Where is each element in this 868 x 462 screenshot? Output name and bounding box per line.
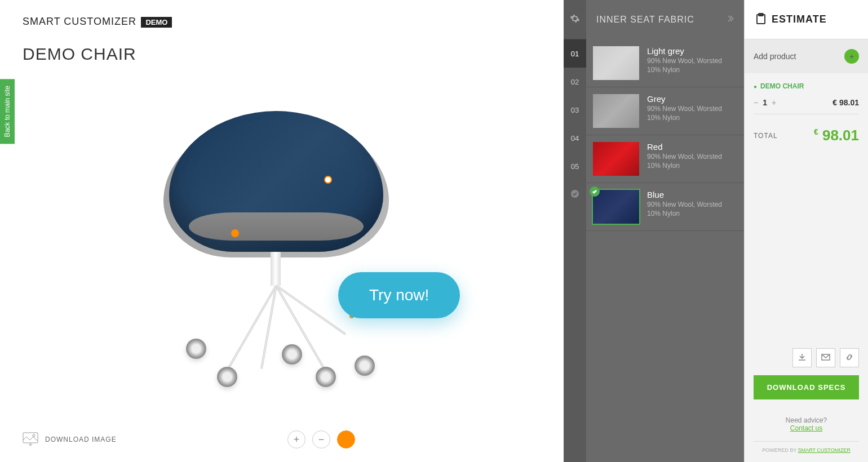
- estimate-body: DEMO CHAIR − 1 + € 98.01 TOTAL € 98.01: [745, 73, 868, 339]
- email-button[interactable]: [816, 348, 835, 367]
- share-link-button[interactable]: [840, 348, 859, 367]
- option-desc: 90% New Wool, Worsted10% Nylon: [647, 105, 722, 122]
- main-viewer-panel: SMART CUSTOMIZER DEMO DEMO CHAIR Try now…: [0, 0, 564, 462]
- logo-brand: SMART CUSTOMIZER: [23, 16, 136, 27]
- zoom-out-button[interactable]: −: [312, 430, 330, 448]
- check-circle-icon: [570, 189, 579, 200]
- add-product-button[interactable]: Add product +: [745, 39, 868, 73]
- product-title: DEMO CHAIR: [0, 28, 564, 64]
- settings-button[interactable]: [564, 0, 586, 39]
- clipboard-icon: [756, 13, 766, 26]
- swatch-red: [593, 142, 639, 176]
- estimate-header: ESTIMATE: [745, 0, 868, 39]
- total-row: TOTAL € 98.01: [754, 127, 859, 144]
- mail-icon: [821, 353, 830, 363]
- contact-us-link[interactable]: Contact us: [790, 424, 822, 432]
- option-desc: 90% New Wool, Worsted10% Nylon: [647, 153, 722, 170]
- option-name: Blue: [647, 190, 722, 199]
- option-name: Grey: [647, 94, 722, 104]
- viewer-bottom-bar: DOWNLOAD IMAGE + −: [0, 417, 564, 462]
- download-image-button[interactable]: DOWNLOAD IMAGE: [23, 432, 117, 447]
- link-icon: [845, 353, 854, 363]
- qty-minus-button[interactable]: −: [754, 98, 758, 107]
- step-01[interactable]: 01: [564, 39, 586, 68]
- estimate-title: ESTIMATE: [772, 14, 827, 25]
- gear-icon: [570, 14, 580, 26]
- estimate-footer: DOWNLOAD SPECS Need advice? Contact us P…: [745, 339, 868, 462]
- chevron-right-icon[interactable]: [726, 15, 734, 25]
- swatch-blue: [593, 190, 639, 224]
- advice-question: Need advice?: [754, 416, 859, 424]
- advice-block: Need advice? Contact us: [754, 416, 859, 432]
- step-strip: 0102030405: [564, 0, 586, 462]
- fabric-option-lightgrey[interactable]: Light grey90% New Wool, Worsted10% Nylon: [586, 39, 744, 87]
- powered-by-link[interactable]: SMART CUSTOMIZER: [798, 447, 851, 453]
- option-desc: 90% New Wool, Worsted10% Nylon: [647, 201, 722, 218]
- download-icon: [798, 353, 807, 363]
- hotspot-inner-seat[interactable]: [324, 176, 332, 184]
- download-image-label: DOWNLOAD IMAGE: [45, 436, 117, 443]
- zoom-in-button[interactable]: +: [287, 430, 305, 448]
- quantity-stepper[interactable]: − 1 +: [754, 98, 776, 107]
- estimate-line-item: − 1 + € 98.01: [754, 98, 859, 114]
- step-02[interactable]: 02: [564, 68, 586, 96]
- fabric-option-grey[interactable]: Grey90% New Wool, Worsted10% Nylon: [586, 87, 744, 135]
- step-done-indicator[interactable]: [564, 180, 586, 208]
- fabric-option-red[interactable]: Red90% New Wool, Worsted10% Nylon: [586, 135, 744, 183]
- option-desc: 90% New Wool, Worsted10% Nylon: [647, 57, 722, 74]
- qty-value: 1: [763, 98, 767, 107]
- image-download-icon: [23, 432, 38, 447]
- logo: SMART CUSTOMIZER DEMO: [0, 0, 564, 28]
- option-name: Red: [647, 142, 722, 152]
- step-04[interactable]: 04: [564, 124, 586, 152]
- chair-render: [158, 94, 406, 387]
- step-05[interactable]: 05: [564, 152, 586, 180]
- total-price: € 98.01: [814, 127, 859, 144]
- download-button[interactable]: [792, 348, 812, 367]
- hotspot-cushion[interactable]: [231, 229, 239, 237]
- line-price: € 98.01: [832, 98, 859, 107]
- fabric-option-blue[interactable]: Blue90% New Wool, Worsted10% Nylon: [586, 183, 744, 231]
- product-viewer[interactable]: Try now!: [0, 64, 564, 417]
- back-to-main-site-tab[interactable]: Back to main site: [0, 79, 15, 144]
- check-icon: [590, 186, 600, 197]
- option-name: Light grey: [647, 46, 722, 56]
- plus-icon: +: [844, 49, 859, 64]
- step-03[interactable]: 03: [564, 96, 586, 124]
- qty-plus-button[interactable]: +: [772, 98, 776, 107]
- options-title: INNER SEAT FABRIC: [596, 15, 694, 25]
- download-specs-button[interactable]: DOWNLOAD SPECS: [754, 375, 859, 399]
- options-list: INNER SEAT FABRIC Light grey90% New Wool…: [586, 0, 744, 462]
- add-product-label: Add product: [754, 52, 796, 61]
- estimate-product-name[interactable]: DEMO CHAIR: [754, 82, 859, 90]
- estimate-panel: ESTIMATE Add product + DEMO CHAIR − 1 + …: [744, 0, 868, 462]
- action-icons: [754, 348, 859, 367]
- try-now-button[interactable]: Try now!: [338, 272, 460, 318]
- swatch-lightgrey: [593, 46, 639, 80]
- logo-badge: DEMO: [141, 17, 172, 28]
- total-label: TOTAL: [754, 132, 778, 140]
- svg-point-1: [33, 434, 35, 437]
- hotspot-toggle-button[interactable]: [337, 430, 355, 448]
- options-header: INNER SEAT FABRIC: [586, 0, 744, 39]
- customization-panel: 0102030405 INNER SEAT FABRIC Light grey9…: [564, 0, 744, 462]
- zoom-controls: + −: [287, 430, 355, 448]
- swatch-grey: [593, 94, 639, 128]
- powered-by: POWERED BY SMART CUSTOMIZER: [754, 441, 859, 453]
